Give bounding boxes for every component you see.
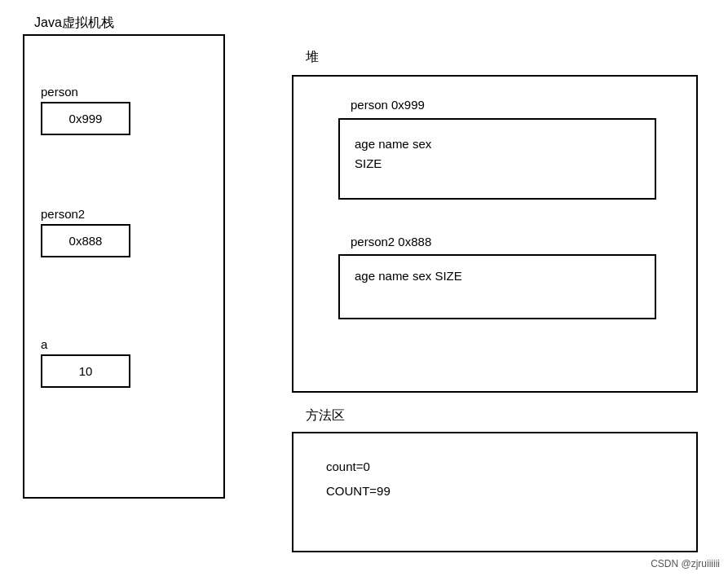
stack-person-label: person xyxy=(41,85,130,99)
diagram-container: Java虚拟机栈 person 0x999 person2 0x888 a 10… xyxy=(0,0,728,576)
method-area-content: count=0 COUNT=99 xyxy=(326,455,390,503)
heap-person-fields-line2: SIZE xyxy=(355,154,431,174)
heap-person2-fields: age name sex SIZE xyxy=(355,269,462,283)
stack-person-value: 0x999 xyxy=(41,102,130,135)
heap-person2-obj-label: person2 0x888 xyxy=(351,235,431,248)
heap-person2-inner-box xyxy=(338,254,656,319)
stack-person2-label: person2 xyxy=(41,207,130,221)
jvm-stack-box: person 0x999 person2 0x888 a 10 xyxy=(23,34,225,499)
heap-person-obj-label: person 0x999 xyxy=(351,98,425,112)
stack-person2-value: 0x888 xyxy=(41,224,130,257)
method-COUNT: COUNT=99 xyxy=(326,479,390,503)
stack-a-label: a xyxy=(41,337,130,351)
heap-label: 堆 xyxy=(306,49,319,66)
jvm-stack-label: Java虚拟机栈 xyxy=(34,15,114,32)
stack-item-person2: person2 0x888 xyxy=(41,207,130,257)
stack-item-person: person 0x999 xyxy=(41,85,130,135)
method-count: count=0 xyxy=(326,455,390,479)
stack-item-a: a 10 xyxy=(41,337,130,388)
stack-a-value: 10 xyxy=(41,354,130,388)
method-area-label: 方法区 xyxy=(306,407,345,424)
heap-person-fields-line1: age name sex xyxy=(355,134,431,154)
watermark: CSDN @zjruiiiiii xyxy=(651,558,720,569)
heap-person-content: age name sex SIZE xyxy=(355,134,431,174)
